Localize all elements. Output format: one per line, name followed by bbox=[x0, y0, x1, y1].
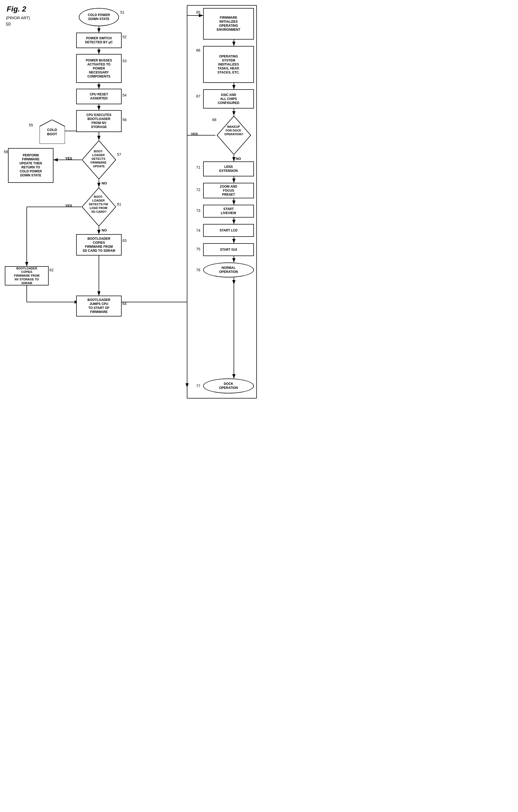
node-61-diamond: BOOT- LOADER DETECTS FW LOAD FROM SD CAR… bbox=[82, 187, 116, 227]
node-64: BOOTLOADER JUMPS CPU TO START OF FIRMWAR… bbox=[76, 296, 122, 316]
node-55: COLD BOOT bbox=[39, 120, 65, 144]
node-63: BOOTLOADER COPIES FIRMWARE FROM SD CARD … bbox=[76, 234, 122, 256]
no-label-68: NO bbox=[236, 156, 241, 161]
ref-67: 67 bbox=[196, 94, 200, 98]
no-label-61: NO bbox=[102, 228, 107, 232]
node-57-diamond: BOOT- LOADER DETECTS FIRMWARE UPDATE bbox=[82, 140, 116, 180]
ref-50: 50 bbox=[6, 22, 11, 27]
svg-text:BOOT: BOOT bbox=[47, 132, 57, 136]
svg-text:COLD: COLD bbox=[47, 128, 57, 132]
node-72: ZOOM AND FOCUS PRESET bbox=[203, 183, 254, 198]
ref-77: 77 bbox=[196, 384, 200, 388]
prior-art-label: (PRIOR ART) bbox=[6, 16, 30, 20]
ref-51: 51 bbox=[120, 10, 124, 14]
node-76: NORMAL OPERATION bbox=[203, 262, 254, 278]
ref-76: 76 bbox=[196, 268, 200, 272]
yes-label-61: YES bbox=[65, 204, 72, 208]
node-51: COLD POWER DOWN STATE bbox=[79, 8, 119, 26]
yes-label-68: YES bbox=[191, 132, 198, 136]
no-label-57: NO bbox=[102, 181, 107, 185]
ref-61: 61 bbox=[117, 202, 121, 206]
node-71: LENS EXTENSION bbox=[203, 162, 254, 176]
yes-label-57: YES bbox=[65, 156, 72, 161]
ref-62: 62 bbox=[50, 268, 54, 272]
fig-label: Fig. 2 bbox=[7, 5, 26, 13]
diagram-container: Fig. 2 (PRIOR ART) 50 bbox=[0, 0, 259, 406]
ref-53: 53 bbox=[122, 59, 127, 63]
ref-66: 66 bbox=[196, 48, 200, 52]
node-53: POWER BUSSES ACTIVATED TO POWER NECESSAR… bbox=[76, 54, 122, 83]
ref-74: 74 bbox=[196, 228, 200, 233]
node-68-diamond: WAKEUP FOR DOCK OPERATION? bbox=[217, 115, 251, 155]
node-65: FIRMWARE INITIALIZES OPERATING ENVIRONME… bbox=[203, 8, 254, 39]
ref-55: 55 bbox=[29, 123, 33, 127]
ref-63: 63 bbox=[122, 238, 127, 243]
node-58: PERFORM FIRMWARE UPDATE THEN RETURN TO C… bbox=[8, 148, 54, 183]
node-75: START GUI bbox=[203, 243, 254, 256]
svg-text:WAKEUP
        FOR DOCK
      : WAKEUP FOR DOCK OPERATION? bbox=[224, 125, 243, 136]
ref-54: 54 bbox=[122, 93, 127, 97]
ref-73: 73 bbox=[196, 208, 200, 213]
ref-71: 71 bbox=[196, 165, 200, 170]
node-74: START LCD bbox=[203, 224, 254, 237]
ref-56: 56 bbox=[122, 118, 127, 122]
node-73: START LIVEVIEW bbox=[203, 205, 254, 218]
ref-52: 52 bbox=[122, 35, 127, 39]
node-62: BOOTLOADER COPIES FIRMWARE FROM NV STORA… bbox=[5, 266, 49, 286]
ref-64: 64 bbox=[122, 301, 127, 306]
node-54: CPU RESET ASSERTED bbox=[76, 89, 122, 104]
node-66: OPERATING SYSTEM INDITIALIZES TASKS, HEA… bbox=[203, 46, 254, 83]
node-67: ASIC AND ALL CHIPS CONFIGURED bbox=[203, 89, 254, 109]
ref-58: 58 bbox=[4, 150, 8, 154]
ref-72: 72 bbox=[196, 187, 200, 192]
ref-65: 65 bbox=[196, 10, 200, 14]
ref-75: 75 bbox=[196, 247, 200, 251]
ref-57: 57 bbox=[117, 152, 121, 156]
svg-marker-36 bbox=[39, 120, 65, 144]
ref-68: 68 bbox=[212, 118, 217, 122]
node-56: CPU EXECUTES BOOTLOADER FROM NV STORAGE bbox=[76, 110, 122, 132]
node-52: POWER SWITCH DETECTED BY μC bbox=[76, 33, 122, 48]
lower-lines bbox=[0, 278, 259, 390]
node-77: DOCK OPERATION bbox=[203, 378, 254, 394]
